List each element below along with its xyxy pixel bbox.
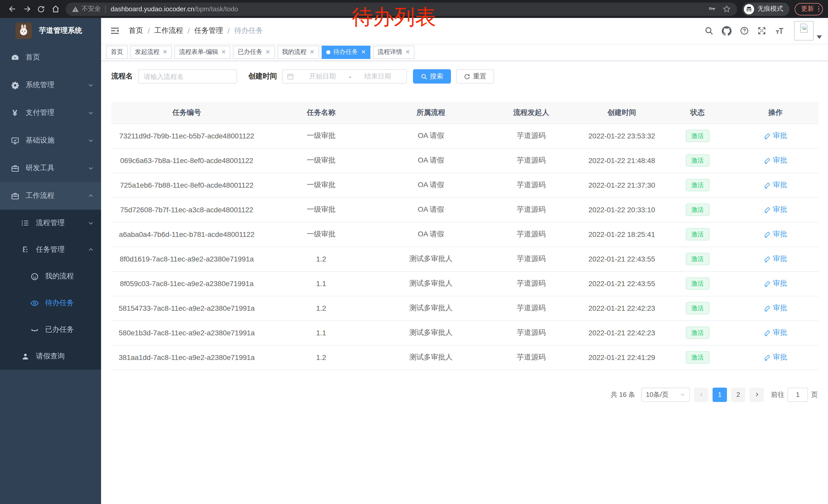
status-badge: 激活 [686,203,709,216]
table-row: 725a1eb6-7b88-11ec-8ef0-acde48001122 一级审… [111,173,819,197]
caret-down-icon[interactable] [817,32,822,41]
table-header-row: 任务编号 任务名称 所属流程 流程发起人 创建时间 状态 操作 [111,102,819,124]
cell-task-name: 1.2 [262,296,380,320]
sidebar-item-infrastructure[interactable]: 基础设施 [0,127,101,154]
breadcrumb-workflow[interactable]: 工作流程 [155,26,183,35]
tab-process-form-edit[interactable]: 流程表单-编辑 ✕ [174,45,230,59]
tab-start-process[interactable]: 发起流程 ✕ [130,45,172,59]
url-bar[interactable]: 不安全 dashboard.yudao.iocoder.cn/bpm/task/… [66,2,737,16]
chevron-up-icon [88,193,94,199]
sidebar-item-task-mgmt[interactable]: 任务管理 [0,236,101,263]
sidebar-item-label: 已办任务 [45,325,94,334]
chevron-down-icon [88,137,94,144]
prev-page-button[interactable] [694,387,708,402]
sidebar-item-label: 流程管理 [36,218,88,228]
sidebar-item-label: 任务管理 [36,245,88,254]
home-icon[interactable] [48,2,63,16]
tab-process-detail[interactable]: 流程详情 ✕ [373,45,415,59]
tasks-table: 任务编号 任务名称 所属流程 流程发起人 创建时间 状态 操作 73211d9d… [111,102,819,370]
chevron-up-icon [88,246,94,253]
status-badge: 激活 [686,277,709,290]
approve-button[interactable]: 审批 [763,328,787,337]
toolbox-icon [10,191,19,200]
sidebar-item-home[interactable]: 首页 [0,44,101,71]
close-icon[interactable]: ✕ [405,49,410,55]
cell-process: 测试多审批人 [380,246,482,271]
approve-button[interactable]: 审批 [763,205,787,214]
help-icon[interactable] [740,26,749,35]
sidebar-item-leave-query[interactable]: 请假查询 [0,343,101,370]
chevron-left-icon [699,392,704,397]
pagination: 共 16 条 10条/页 1 2 前往 页 [111,387,818,402]
password-key-icon[interactable] [708,5,716,13]
sidebar-item-done-tasks[interactable]: 已办任务 [0,316,101,343]
approve-button[interactable]: 审批 [763,131,787,140]
edit-pen-icon [763,206,771,213]
approve-button[interactable]: 审批 [763,155,787,165]
close-icon[interactable]: ✕ [221,49,226,55]
sidebar-item-workflow[interactable]: 工作流程 [0,182,101,210]
font-size-icon[interactable] [775,26,785,35]
calendar-icon [287,73,294,80]
close-icon[interactable]: ✕ [361,49,366,55]
incognito-chip: 无痕模式 [742,2,789,16]
breadcrumb-home[interactable]: 首页 [129,26,143,35]
approve-button[interactable]: 审批 [763,353,787,362]
approve-button[interactable]: 审批 [763,180,787,189]
sidebar-item-payment[interactable]: ¥ 支付管理 [0,99,101,127]
fullscreen-icon[interactable] [757,26,767,35]
total-count: 共 16 条 [611,390,635,399]
close-icon[interactable]: ✕ [309,49,314,55]
tags-view-bar: 首页 发起流程 ✕ 流程表单-编辑 ✕ 已办任务 ✕ 我的流程 ✕ 待办任务 ✕ [101,44,828,61]
cell-task-id: 75d72608-7b7f-11ec-a3c8-acde48001122 [111,197,262,222]
next-page-button[interactable] [749,387,764,402]
cell-task-id: 725a1eb6-7b88-11ec-8ef0-acde48001122 [111,173,262,197]
status-badge: 激活 [686,327,709,339]
approve-button[interactable]: 审批 [763,279,787,288]
page-size-select[interactable]: 10条/页 [641,387,690,402]
date-range-picker[interactable]: 开始日期 - 结束日期 [282,69,407,84]
sidebar-item-todo-tasks[interactable]: 待办任务 [0,290,101,316]
sidebar-item-my-process[interactable]: 我的流程 [0,263,101,290]
sidebar-collapse-icon[interactable] [105,26,125,35]
github-icon[interactable] [722,26,732,36]
cell-process: 测试多审批人 [380,320,482,345]
sidebar-item-process-mgmt[interactable]: 流程管理 [0,210,101,236]
close-icon[interactable]: ✕ [163,49,167,55]
list-icon [20,218,30,228]
page-button-2[interactable]: 2 [731,387,745,402]
chevron-down-icon [680,392,686,397]
browser-update-button[interactable]: 更新 [794,3,823,15]
search-button[interactable]: 搜索 [413,69,451,84]
active-dot [326,50,330,54]
tab-done-tasks[interactable]: 已办任务 ✕ [233,45,275,59]
goto-page-input[interactable] [787,387,808,402]
close-icon[interactable]: ✕ [265,49,270,55]
process-name-input[interactable] [138,69,237,84]
tab-my-process[interactable]: 我的流程 ✕ [277,45,319,59]
cell-created: 2022-01-21 22:43:55 [581,271,663,296]
sidebar-item-label: 请假查询 [36,352,94,361]
breadcrumb-current: 待办任务 [234,26,263,35]
tab-home[interactable]: 首页 [106,45,128,59]
tab-todo-tasks[interactable]: 待办任务 ✕ [322,45,370,59]
search-icon[interactable] [704,26,714,35]
back-icon[interactable] [5,2,19,16]
page-button-1[interactable]: 1 [713,387,727,402]
browser-menu-icon[interactable] [818,6,819,12]
reset-button[interactable]: 重置 [456,69,494,84]
avatar[interactable] [794,21,814,41]
approve-button[interactable]: 审批 [763,229,787,239]
sidebar-item-dev-tools[interactable]: 研发工具 [0,154,101,182]
approve-button[interactable]: 审批 [763,254,787,263]
forward-icon[interactable] [19,2,34,16]
cell-task-name: 1.2 [262,345,380,370]
sidebar-item-system[interactable]: 系统管理 [0,71,101,99]
reload-icon[interactable] [34,2,48,16]
bookmark-star-icon[interactable] [722,5,731,13]
approve-button[interactable]: 审批 [763,303,787,313]
breadcrumb-task-mgmt[interactable]: 任务管理 [195,26,223,35]
process-name-label: 流程名 [111,72,133,81]
page-size-value: 10条/页 [646,390,668,399]
app-logo-row[interactable]: 芋道管理系统 [0,18,101,44]
